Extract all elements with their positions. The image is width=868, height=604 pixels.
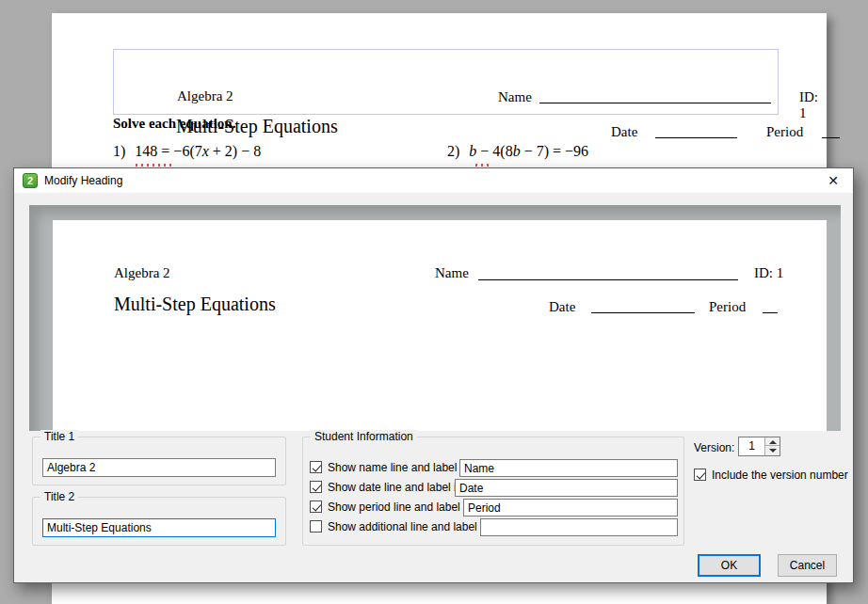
infinite-algebra-2-icon: 2	[23, 173, 38, 188]
show-name-checkbox-label[interactable]: Show name line and label it	[328, 461, 466, 474]
preview-name-underline	[478, 279, 738, 280]
title2-group-label: Title 2	[40, 490, 78, 503]
worksheet-instruction: Solve each equation.	[113, 116, 235, 132]
preview-title2: Multi-Step Equations	[114, 294, 276, 315]
problem-1: 1)148 = −6(7x + 2) − 8	[113, 143, 261, 160]
preview-date-underline	[591, 312, 695, 313]
preview-title1: Algebra 2	[114, 265, 170, 281]
cancel-button[interactable]: Cancel	[778, 554, 837, 577]
show-additional-checkbox-label[interactable]: Show additional line and label it	[328, 520, 486, 533]
problem-2: 2)b − 4(8b − 7) = −96	[447, 143, 588, 160]
date-line-label-input[interactable]	[455, 479, 678, 497]
title1-input[interactable]	[42, 458, 276, 477]
date-underline	[655, 137, 737, 138]
student-information-group: Student Information Show name line and l…	[302, 437, 684, 546]
problem-1-number: 1)	[113, 143, 125, 159]
title1-group: Title 1	[32, 437, 286, 485]
version-spinner[interactable]: 1	[738, 437, 780, 456]
version-label: Version:	[694, 441, 734, 454]
worksheet-title1: Algebra 2	[177, 88, 233, 104]
problem-2-number: 2)	[447, 143, 459, 159]
name-line-label-input[interactable]	[459, 459, 678, 477]
version-spin-buttons	[764, 437, 780, 455]
title2-group: Title 2	[32, 497, 286, 546]
dialog-titlebar[interactable]: 2 Modify Heading ✕	[14, 168, 853, 193]
show-date-checkbox-label[interactable]: Show date line and label it	[328, 481, 459, 494]
student-information-label: Student Information	[311, 430, 417, 443]
preview-id-label: ID: 1	[754, 265, 783, 281]
modify-heading-dialog: 2 Modify Heading ✕ Algebra 2 Name ID: 1 …	[13, 167, 854, 583]
show-name-checkbox[interactable]	[310, 461, 322, 473]
show-date-checkbox[interactable]	[310, 481, 322, 493]
preview-name-label: Name	[435, 265, 469, 281]
preview-paper: Algebra 2 Name ID: 1 Multi-Step Equation…	[53, 220, 827, 431]
worksheet-id-label: ID: 1	[799, 89, 818, 121]
problem-2-equation: b − 4(8b − 7) = −96	[469, 143, 588, 159]
period-line-label-input[interactable]	[463, 499, 678, 517]
show-additional-checkbox[interactable]	[310, 520, 322, 532]
preview-period-underline	[763, 312, 778, 313]
include-version-label[interactable]: Include the version number	[712, 469, 848, 482]
version-value[interactable]: 1	[739, 437, 764, 455]
title2-input[interactable]	[42, 518, 276, 537]
preview-period-label: Period	[709, 299, 746, 315]
period-underline	[822, 137, 840, 138]
show-period-checkbox-label[interactable]: Show period line and label it	[328, 501, 469, 514]
up-arrow-icon	[769, 440, 777, 444]
dialog-title: Modify Heading	[44, 174, 122, 187]
ok-button[interactable]: OK	[698, 554, 761, 577]
clipped-answer-fragment	[475, 164, 492, 167]
spin-down-button[interactable]	[765, 447, 780, 455]
worksheet-date-label: Date	[611, 124, 637, 140]
show-period-checkbox[interactable]	[310, 501, 322, 513]
clipped-answer-fragment	[136, 164, 175, 167]
name-underline	[539, 103, 771, 103]
worksheet-name-label: Name	[498, 89, 532, 105]
worksheet-period-label: Period	[766, 124, 803, 140]
additional-line-label-input[interactable]	[480, 518, 678, 536]
title1-group-label: Title 1	[40, 430, 78, 443]
preview-date-label: Date	[549, 299, 575, 315]
down-arrow-icon	[769, 449, 777, 453]
heading-selection-box[interactable]: Algebra 2 Name ID: 1 Multi-Step Equation…	[113, 49, 779, 115]
spin-up-button[interactable]	[765, 437, 780, 446]
include-version-checkbox[interactable]	[694, 469, 706, 481]
heading-preview-area: Algebra 2 Name ID: 1 Multi-Step Equation…	[29, 205, 841, 431]
close-icon[interactable]: ✕	[821, 171, 845, 190]
problem-1-equation: 148 = −6(7x + 2) − 8	[135, 143, 261, 159]
